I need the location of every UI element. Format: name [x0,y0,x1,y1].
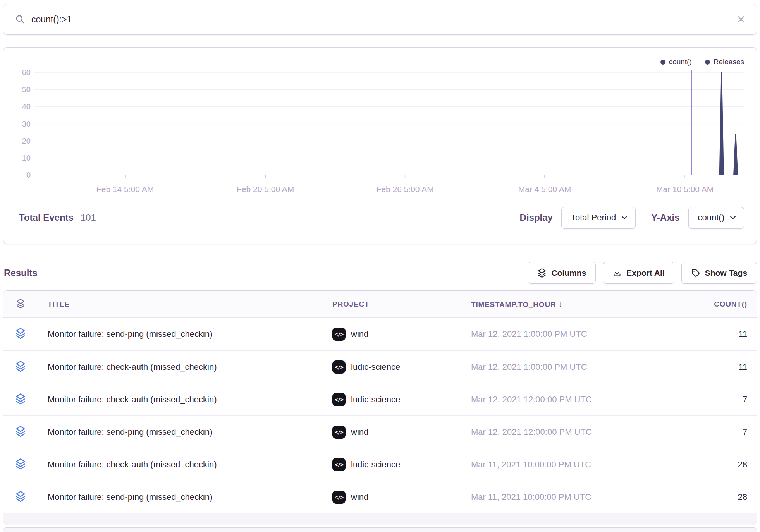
event-title-link[interactable]: Monitor failure: check-auth (missed_chec… [48,460,332,470]
table-row[interactable]: Monitor failure: send-ping (missed_check… [3,415,757,448]
column-header-title[interactable]: TITLE [48,300,332,309]
project-name: ludic-science [351,460,400,470]
timestamp-cell: Mar 12, 2021 1:00:00 PM UTC [471,362,689,372]
timestamp-cell: Mar 12, 2021 12:00:00 PM UTC [471,427,689,437]
layers-icon [15,393,48,406]
columns-button[interactable]: Columns [528,262,596,284]
legend-label: Releases [714,58,744,66]
layers-icon [15,360,48,374]
project-name: wind [351,492,368,502]
total-events-value: 101 [81,212,96,223]
table-body: Monitor failure: send-ping (missed_check… [3,318,757,513]
results-header-row: Results Columns Export All Show Tags [3,262,757,284]
events-chart: 0102030405060Feb 14 5:00 AMFeb 20 5:00 A… [3,48,757,196]
results-heading: Results [4,268,38,278]
results-actions: Columns Export All Show Tags [528,262,757,284]
pagination-bar-partial [3,527,757,532]
yaxis-dropdown[interactable]: count() [688,207,744,229]
count-cell: 28 [689,460,747,470]
count-cell: 28 [689,492,747,502]
event-title-link[interactable]: Monitor failure: send-ping (missed_check… [48,329,332,339]
search-icon [15,14,25,24]
svg-text:60: 60 [22,68,31,77]
svg-text:50: 50 [22,85,31,94]
display-dropdown-value: Total Period [571,213,616,223]
legend-dot [705,60,710,65]
count-cell: 7 [689,427,747,437]
code-icon: </> [332,360,346,374]
timestamp-cell: Mar 11, 2021 10:00:00 PM UTC [471,492,689,502]
project-name: wind [351,427,368,437]
layers-icon [15,458,48,471]
search-input[interactable] [31,14,730,25]
yaxis-dropdown-value: count() [698,213,724,223]
timestamp-cell: Mar 12, 2021 12:00:00 PM UTC [471,395,689,405]
table-row[interactable]: Monitor failure: send-ping (missed_check… [3,318,757,350]
project-cell: </> wind [332,328,471,341]
show-tags-button-label: Show Tags [705,268,747,278]
table-row[interactable]: Monitor failure: send-ping (missed_check… [3,481,757,513]
project-cell: </> wind [332,426,471,439]
chevron-down-icon [621,216,628,220]
show-tags-button[interactable]: Show Tags [681,262,757,284]
project-name: ludic-science [351,395,400,405]
count-cell: 7 [689,395,747,405]
table-header: TITLE PROJECT TIMESTAMP.TO_HOUR↓ COUNT() [3,291,757,318]
search-bar [3,4,757,35]
code-icon: </> [332,328,346,341]
table-row[interactable]: Monitor failure: check-auth (missed_chec… [3,383,757,415]
event-title-link[interactable]: Monitor failure: send-ping (missed_check… [48,427,332,437]
layers-icon [15,328,48,341]
event-title-link[interactable]: Monitor failure: check-auth (missed_chec… [48,362,332,372]
column-header-project[interactable]: PROJECT [332,300,471,309]
svg-text:Feb 26 5:00 AM: Feb 26 5:00 AM [376,185,433,194]
project-cell: </> wind [332,491,471,504]
tag-icon [691,268,700,278]
chart-footer: Total Events 101 Display Total Period Y-… [3,196,757,241]
close-icon[interactable] [736,15,746,24]
export-all-button[interactable]: Export All [603,262,674,284]
download-icon [612,268,622,278]
column-header-timestamp[interactable]: TIMESTAMP.TO_HOUR↓ [471,300,689,309]
yaxis-label: Y-Axis [651,212,679,223]
code-icon: </> [332,458,346,471]
results-table: TITLE PROJECT TIMESTAMP.TO_HOUR↓ COUNT()… [3,290,757,524]
legend-item[interactable]: Releases [705,58,744,66]
code-icon: </> [332,393,346,406]
legend-label: count() [669,58,692,66]
svg-text:10: 10 [22,154,31,162]
timestamp-cell: Mar 12, 2021 1:00:00 PM UTC [471,329,689,339]
code-icon: </> [332,426,346,439]
project-cell: </> ludic-science [332,393,471,406]
svg-text:Feb 20 5:00 AM: Feb 20 5:00 AM [237,185,294,194]
layers-icon [15,491,48,504]
count-cell: 11 [689,329,747,339]
svg-text:20: 20 [22,137,31,145]
column-header-timestamp-label: TIMESTAMP.TO_HOUR [471,300,556,309]
layers-icon[interactable] [16,299,48,310]
column-header-count[interactable]: COUNT() [689,300,747,309]
svg-text:Feb 14 5:00 AM: Feb 14 5:00 AM [96,185,154,194]
chart-legend: count()Releases [660,58,744,66]
svg-text:0: 0 [26,171,31,179]
display-label: Display [520,212,553,223]
layers-icon [15,426,48,439]
event-title-link[interactable]: Monitor failure: check-auth (missed_chec… [48,395,332,405]
discover-page: count()Releases 0102030405060Feb 14 5:00… [0,0,760,532]
project-name: ludic-science [351,362,400,372]
events-chart-panel: count()Releases 0102030405060Feb 14 5:00… [3,47,757,244]
count-cell: 11 [689,362,747,372]
chevron-down-icon [730,216,736,220]
table-row[interactable]: Monitor failure: check-auth (missed_chec… [3,448,757,481]
project-cell: </> ludic-science [332,458,471,471]
display-dropdown[interactable]: Total Period [561,207,636,229]
project-cell: </> ludic-science [332,360,471,374]
layers-icon [537,268,547,278]
table-footer [3,513,757,524]
export-all-button-label: Export All [626,268,664,278]
event-title-link[interactable]: Monitor failure: send-ping (missed_check… [48,492,332,502]
table-row[interactable]: Monitor failure: check-auth (missed_chec… [3,350,757,383]
svg-text:30: 30 [22,120,31,128]
legend-item[interactable]: count() [660,58,692,66]
legend-dot [660,60,665,65]
